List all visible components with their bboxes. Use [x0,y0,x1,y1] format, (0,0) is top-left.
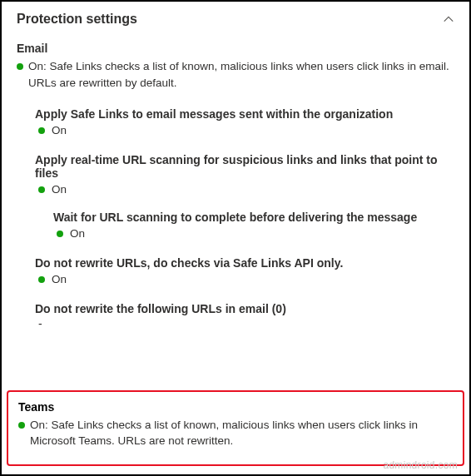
email-section-label: Email [17,42,454,55]
setting-status-text: On [70,227,85,240]
setting-status: On [38,273,454,285]
setting-title: Apply real-time URL scanning for suspici… [35,153,454,180]
setting-title: Apply Safe Links to email messages sent … [35,107,454,121]
watermark-text: admindroid.com [383,459,458,471]
setting-status: On [38,124,454,136]
teams-highlight-box: Teams On: Safe Links checks a list of kn… [7,390,464,466]
setting-api-only: Do not rewrite URLs, do checks via Safe … [35,256,454,285]
setting-status-text: On [52,273,67,285]
settings-panel: Protection settings Email On: Safe Links… [0,0,471,476]
email-status-text: On: Safe Links checks a list of known, m… [28,58,454,91]
status-dot-icon [38,127,45,134]
status-dot-icon [17,63,23,70]
status-dot-icon [38,276,45,283]
panel-content: Protection settings Email On: Safe Links… [2,2,469,330]
setting-exclusion-list: Do not rewrite the following URLs in ema… [35,302,454,330]
teams-status-line: On: Safe Links checks a list of known, m… [18,417,453,449]
setting-status: On [38,183,454,196]
status-dot-icon [38,186,45,193]
status-dot-icon [57,231,63,237]
setting-realtime-scan: Apply real-time URL scanning for suspici… [35,153,454,240]
setting-status: On [57,227,454,240]
status-dot-icon [18,422,25,429]
chevron-up-icon[interactable] [443,13,454,25]
email-status-line: On: Safe Links checks a list of known, m… [17,58,454,91]
setting-title: Do not rewrite the following URLs in ema… [35,302,454,315]
setting-apply-internal: Apply Safe Links to email messages sent … [35,107,454,136]
setting-status-text: On [52,124,67,136]
teams-section-label: Teams [18,400,453,414]
setting-title: Wait for URL scanning to complete before… [53,211,454,224]
section-header[interactable]: Protection settings [17,12,454,33]
setting-title: Do not rewrite URLs, do checks via Safe … [35,256,454,270]
setting-wait-for-scan: Wait for URL scanning to complete before… [53,211,454,240]
exclusion-empty-dash: - [38,317,454,330]
teams-status-text: On: Safe Links checks a list of known, m… [30,417,453,449]
section-title: Protection settings [17,12,137,27]
setting-status-text: On [52,183,67,196]
